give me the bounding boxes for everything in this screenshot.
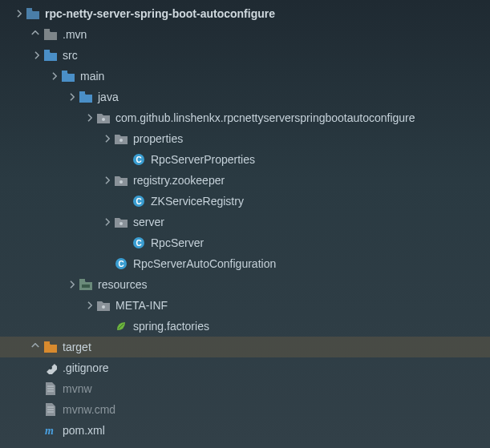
tree-row[interactable]: .mvn: [0, 24, 490, 45]
tree-row[interactable]: rpc-netty-server-spring-boot-autoconfigu…: [0, 3, 490, 24]
chevron-down-icon[interactable]: [47, 70, 59, 83]
svg-rect-21: [47, 364, 57, 374]
svg-text:C: C: [136, 197, 141, 206]
leaf-icon: [114, 319, 128, 333]
svg-text:C: C: [118, 260, 124, 268]
tree-row[interactable]: spring.factories: [0, 316, 490, 337]
svg-rect-18: [82, 285, 90, 288]
chevron-down-icon[interactable]: [99, 132, 112, 145]
svg-rect-3: [62, 71, 67, 73]
tree-item-label: registry.zookeeper: [133, 174, 225, 187]
package-icon: [96, 298, 111, 313]
class-icon: C: [132, 236, 146, 250]
tree-item-label: META-INF: [115, 299, 168, 312]
folder-blue-icon: [61, 69, 75, 83]
tree-item-label: spring.factories: [133, 320, 209, 333]
tree-row[interactable]: server: [0, 212, 490, 232]
folder-blue-icon: [79, 90, 93, 104]
tree-row[interactable]: resources: [0, 274, 490, 295]
svg-text:C: C: [136, 155, 141, 164]
chevron-down-icon[interactable]: [29, 49, 42, 62]
tree-item-label: resources: [98, 278, 147, 291]
tree-row[interactable]: com.github.linshenkx.rpcnettyserversprin…: [0, 107, 490, 128]
tree-row[interactable]: properties: [0, 128, 490, 149]
tree-row[interactable]: .gitignore: [0, 357, 490, 378]
tree-item-label: src: [63, 49, 78, 62]
tree-item-label: mvnw: [63, 382, 92, 395]
svg-point-22: [49, 366, 52, 369]
svg-point-19: [102, 305, 105, 309]
tree-item-label: .mvn: [63, 28, 87, 41]
tree-row[interactable]: CRpcServer: [0, 232, 490, 253]
folder-gray-icon: [43, 27, 58, 42]
chevron-down-icon[interactable]: [11, 7, 24, 20]
package-icon: [114, 173, 128, 188]
folder-resources-icon: [79, 277, 93, 292]
tree-row[interactable]: CRpcServerAutoConfiguration: [0, 253, 490, 274]
tree-row[interactable]: src: [0, 45, 490, 66]
chevron-right-icon[interactable]: [29, 28, 42, 41]
tree-row[interactable]: CRpcServerProperties: [0, 149, 490, 170]
folder-blue-icon: [43, 48, 58, 63]
class-icon: C: [132, 152, 146, 167]
tree-row[interactable]: mpom.xml: [0, 420, 490, 441]
svg-point-12: [119, 222, 123, 225]
package-icon: [96, 111, 111, 125]
svg-rect-17: [79, 279, 85, 281]
package-icon: [114, 131, 128, 146]
svg-point-5: [102, 118, 105, 121]
tree-item-label: com.github.linshenkx.rpcnettyserversprin…: [115, 111, 415, 124]
tree-item-label: properties: [133, 132, 183, 145]
tree-item-label: java: [98, 91, 119, 103]
tree-item-label: server: [133, 216, 164, 228]
tree-item-label: RpcServerProperties: [151, 153, 255, 166]
project-tree: rpc-netty-server-spring-boot-autoconfigu…: [0, 0, 490, 441]
tree-row[interactable]: target: [0, 337, 490, 357]
chevron-down-icon[interactable]: [82, 111, 95, 124]
svg-text:C: C: [136, 239, 141, 248]
file-icon: [43, 402, 58, 417]
maven-icon: m: [43, 423, 58, 438]
svg-rect-20: [44, 341, 50, 344]
tree-item-label: target: [63, 341, 91, 353]
svg-rect-0: [26, 8, 32, 10]
folder-module-icon: [26, 6, 40, 21]
chevron-down-icon[interactable]: [64, 91, 77, 103]
tree-row[interactable]: java: [0, 87, 490, 107]
tree-item-label: pom.xml: [63, 424, 105, 437]
chevron-right-icon[interactable]: [29, 341, 42, 353]
svg-text:m: m: [45, 425, 54, 437]
chevron-down-icon[interactable]: [99, 216, 112, 228]
svg-rect-4: [79, 91, 85, 94]
tree-item-label: RpcServer: [151, 236, 204, 249]
class-icon: C: [114, 256, 128, 271]
tree-row[interactable]: META-INF: [0, 295, 490, 316]
chevron-down-icon[interactable]: [64, 278, 77, 291]
tree-item-label: .gitignore: [63, 361, 109, 374]
chevron-down-icon[interactable]: [82, 299, 95, 312]
tree-item-label: main: [80, 70, 104, 83]
tree-row[interactable]: mvnw: [0, 378, 490, 399]
tree-item-label: rpc-netty-server-spring-boot-autoconfigu…: [45, 7, 275, 20]
class-icon: C: [132, 194, 146, 208]
folder-orange-icon: [43, 340, 58, 354]
tree-item-label: ZKServiceRegistry: [151, 195, 244, 208]
tree-row[interactable]: CZKServiceRegistry: [0, 191, 490, 212]
tree-item-label: RpcServerAutoConfiguration: [133, 257, 276, 270]
file-icon: [43, 381, 58, 396]
svg-point-6: [119, 139, 123, 142]
svg-point-9: [119, 180, 123, 184]
tree-row[interactable]: mvnw.cmd: [0, 399, 490, 420]
package-icon: [114, 215, 128, 229]
gitignore-icon: [43, 361, 58, 375]
chevron-down-icon[interactable]: [99, 174, 112, 187]
tree-item-label: mvnw.cmd: [63, 403, 115, 416]
tree-row[interactable]: registry.zookeeper: [0, 170, 490, 191]
tree-row[interactable]: main: [0, 66, 490, 87]
svg-rect-1: [44, 29, 50, 31]
svg-rect-2: [44, 50, 50, 52]
